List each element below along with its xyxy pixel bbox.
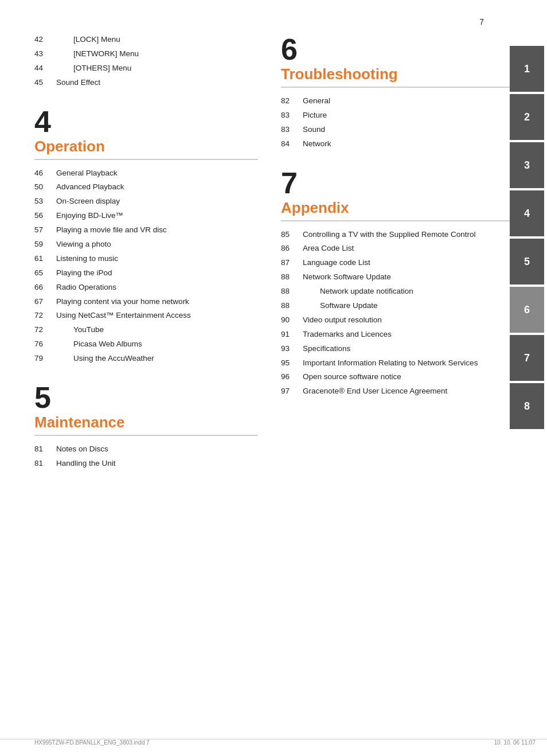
section-5-title: Maintenance [34,414,258,436]
toc-entry-93: 93 Specifications [281,344,536,354]
toc-entry-45: 45 Sound Effect [34,77,258,88]
section-7: 7 Appendix 85 Controlling a TV with the … [281,168,536,398]
tab-1[interactable]: 1 [510,46,544,92]
toc-entry-90: 90 Video output resolution [281,315,536,326]
toc-entry-61: 61 Listening to music [34,254,258,264]
section-5: 5 Maintenance 81 Notes on Discs 81 Handl… [34,383,258,469]
page-number-top: 7 [479,17,484,26]
toc-entry-79: 79 Using the AccuWeather [34,353,258,364]
section-6: 6 Troubleshooting 82 General 83 Picture … [281,34,536,150]
section-tabs: 1 2 3 4 5 6 7 8 [510,46,547,429]
section-continuation: 42 [LOCK] Menu 43 [NETWORK] Menu 44 [OTH… [34,34,258,88]
section-4-title: Operation [34,138,258,160]
section-7-title: Appendix [281,199,536,221]
page-container: 7 1 2 3 4 5 6 7 8 42 [LOCK] Menu 43 [NET… [0,0,547,756]
toc-entry-53: 53 On-Screen display [34,196,258,207]
toc-entry-81b: 81 Handling the Unit [34,458,258,469]
toc-entry-88-nun: 88 Network update notification [281,286,536,297]
footer: HX995TZW-FD.BPANLLK_ENG_3803.indd 7 10. … [0,739,547,746]
toc-entry-82: 82 General [281,96,536,107]
section-4: 4 Operation 46 General Playback 50 Advan… [34,107,258,364]
toc-entry-65: 65 Playing the iPod [34,268,258,279]
toc-entry-76: 76 Picasa Web Albums [34,339,258,350]
tab-2[interactable]: 2 [510,94,544,140]
toc-entry-44: 44 [OTHERS] Menu [34,63,258,74]
tab-4[interactable]: 4 [510,190,544,236]
toc-entry-72: 72 Using NetCast™ Entertainment Access [34,310,258,321]
content-area: 42 [LOCK] Menu 43 [NETWORK] Menu 44 [OTH… [34,34,536,488]
toc-entry-81a: 81 Notes on Discs [34,444,258,455]
toc-entry-43: 43 [NETWORK] Menu [34,49,258,60]
tab-6[interactable]: 6 [510,287,544,333]
toc-entry-59: 59 Viewing a photo [34,239,258,250]
toc-entry-46: 46 General Playback [34,168,258,179]
toc-entry-83a: 83 Picture [281,110,536,121]
toc-entry-88-nsw: 88 Network Software Update [281,272,536,283]
tab-3[interactable]: 3 [510,142,544,188]
section-6-number: 6 [281,34,536,64]
toc-entry-72-yt: 72 YouTube [34,325,258,336]
toc-entry-95: 95 Important Information Relating to Net… [281,358,536,369]
footer-timestamp: 10. 10. 06 11:07 [494,739,536,746]
toc-entry-85: 85 Controlling a TV with the Supplied Re… [281,229,536,240]
tab-8[interactable]: 8 [510,383,544,429]
right-column: 6 Troubleshooting 82 General 83 Picture … [275,34,536,488]
toc-entry-96: 96 Open source software notice [281,372,536,383]
tab-5[interactable]: 5 [510,239,544,285]
toc-entry-91: 91 Trademarks and Licences [281,329,536,340]
toc-entry-42: 42 [LOCK] Menu [34,34,258,45]
toc-entry-50: 50 Advanced Playback [34,182,258,193]
toc-entry-57: 57 Playing a movie file and VR disc [34,225,258,236]
left-column: 42 [LOCK] Menu 43 [NETWORK] Menu 44 [OTH… [34,34,275,488]
toc-entry-56: 56 Enjoying BD-Live™ [34,211,258,221]
toc-entry-88-su: 88 Software Update [281,301,536,311]
section-5-number: 5 [34,383,258,412]
footer-filename: HX995TZW-FD.BPANLLK_ENG_3803.indd 7 [34,739,150,746]
toc-entry-86: 86 Area Code List [281,243,536,254]
toc-entry-67: 67 Playing content via your home network [34,297,258,307]
toc-entry-66: 66 Radio Operations [34,282,258,293]
section-4-number: 4 [34,107,258,137]
section-7-number: 7 [281,168,536,198]
section-6-title: Troubleshooting [281,65,536,88]
toc-entry-87: 87 Language code List [281,258,536,268]
toc-entry-83b: 83 Sound [281,124,536,135]
tab-7[interactable]: 7 [510,335,544,381]
toc-entry-97: 97 Gracenote® End User Licence Agreement [281,386,536,397]
toc-entry-84: 84 Network [281,139,536,150]
